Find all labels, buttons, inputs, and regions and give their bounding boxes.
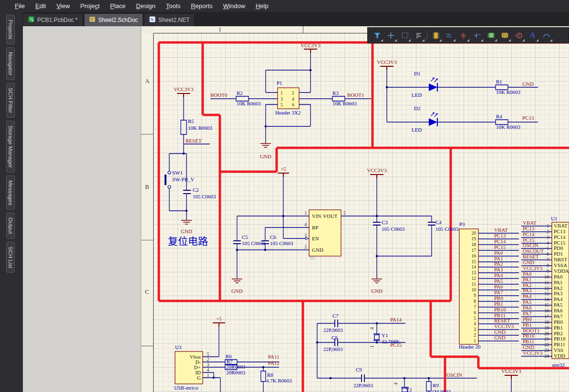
net-label[interactable]: PC13 [523, 226, 535, 231]
pin-name[interactable]: VIN [312, 213, 321, 219]
no-erc-icon[interactable] [512, 29, 525, 42]
net-label[interactable]: PB0 [523, 316, 532, 322]
designator[interactable]: D1 [414, 71, 420, 76]
pin-number[interactable]: 9 [547, 269, 549, 274]
designator[interactable]: P3 [459, 221, 465, 227]
pin-name[interactable]: VSSA [554, 262, 567, 268]
component-value[interactable]: Header 3X2 [275, 110, 300, 115]
component-value[interactable]: 10K R0603 [188, 125, 213, 131]
designator[interactable]: Y2 [405, 387, 412, 392]
pin-number[interactable]: 13 [545, 291, 549, 296]
pin-name[interactable]: PA0 [554, 274, 563, 279]
power-label[interactable]: VCC3V3 [367, 167, 387, 173]
component-value[interactable]: 22P,0603 [323, 346, 343, 352]
net-label[interactable]: RESET [523, 254, 539, 259]
pin-number[interactable]: 20 [472, 231, 476, 236]
component-value[interactable]: 105 C0603 [193, 194, 216, 199]
designator[interactable]: C9 [356, 367, 362, 372]
designator[interactable]: P1 [277, 80, 282, 86]
pin-number[interactable]: 19 [545, 326, 549, 330]
pin-name[interactable]: VDD [554, 353, 565, 359]
pin-number[interactable]: 19 [472, 237, 476, 241]
power-label[interactable]: GND [371, 288, 383, 294]
pin-number[interactable]: 17 [472, 248, 476, 253]
net-label[interactable]: PA7 [523, 310, 532, 316]
component-value[interactable]: 22P,0603 [353, 382, 373, 388]
pin-name[interactable]: PD1 [554, 251, 563, 257]
component-value[interactable]: 105 C0603 [242, 240, 265, 246]
component-value[interactable]: 105 C0603 [382, 226, 405, 232]
designator[interactable]: R1 [496, 79, 502, 84]
pin-number[interactable]: 4 [292, 97, 294, 102]
net-label[interactable]: BOOT0 [210, 92, 228, 98]
text-string-icon[interactable]: A [526, 29, 539, 42]
pin-number[interactable]: 10 [545, 275, 549, 279]
pin-number[interactable]: 21 [545, 337, 549, 341]
net-label[interactable]: PA2 [494, 261, 503, 267]
pin-number[interactable]: 16 [472, 254, 476, 258]
pin-number[interactable]: 22 [545, 342, 549, 347]
pin-number[interactable]: 5 [280, 103, 283, 107]
pin-number[interactable]: 15 [545, 303, 549, 308]
pin-name[interactable]: PB1 [554, 325, 563, 330]
pin-number[interactable]: 2 [292, 91, 294, 95]
pin-number[interactable]: 2 [474, 333, 476, 338]
pin-name[interactable]: G [197, 375, 201, 381]
pin-number[interactable]: 12 [545, 286, 549, 291]
pin-number[interactable]: 1 [370, 345, 374, 348]
net-label[interactable]: PB10 [523, 333, 535, 339]
selection-box-icon[interactable] [398, 29, 411, 42]
pin-number[interactable]: 12 [472, 276, 476, 281]
schematic-text-layer[interactable]: VCC3V3VCC3V3VCC3V3+5VCC3V3+5VCC3V3GNDGND… [168, 42, 569, 392]
circuit-title[interactable]: 复位电路 [168, 236, 208, 247]
net-label[interactable]: BOOT1 [347, 92, 364, 98]
designator[interactable]: C2 [193, 187, 199, 193]
pin-name[interactable]: BP [312, 225, 318, 230]
pin-name[interactable]: VBAT [554, 223, 568, 228]
pin-number[interactable]: 24 [545, 354, 549, 359]
net-label[interactable]: PA3 [523, 288, 532, 293]
net-label[interactable]: PB1 [523, 322, 532, 328]
designator[interactable]: C7 [332, 313, 339, 319]
designator[interactable]: U1 [551, 216, 557, 221]
pin-number[interactable]: 7 [547, 258, 549, 262]
net-label[interactable]: PA5 [523, 299, 532, 305]
net-label[interactable]: VBAT [494, 227, 508, 233]
net-label[interactable]: PA14 [390, 317, 402, 322]
net-label[interactable]: PC13 [494, 233, 506, 238]
pin-name[interactable]: GND [312, 247, 323, 253]
part-icon[interactable] [485, 29, 497, 42]
net-label[interactable]: PB0 [494, 295, 503, 301]
designator[interactable]: R8 [267, 372, 273, 378]
power-label[interactable]: GND [181, 228, 192, 234]
pin-number[interactable]: 4 [304, 222, 307, 227]
net-label[interactable]: VBAT [523, 220, 537, 226]
led-triangle[interactable] [429, 83, 437, 126]
designator[interactable]: Y1 [382, 332, 388, 338]
designator[interactable]: C6 [270, 234, 276, 240]
net-label[interactable]: PA11 [268, 354, 279, 360]
power-label[interactable]: VCC3V3 [377, 59, 397, 65]
net-label[interactable]: GND [523, 259, 534, 265]
net-label[interactable]: VCC3V3 [494, 323, 514, 329]
pin-name[interactable]: PA5 [554, 302, 563, 308]
pin-number[interactable]: 14 [545, 297, 549, 302]
schematic-drawing[interactable]: VCC3V3VCC3V3VCC3V3+5VCC3V3+5VCC3V3GNDGND… [0, 0, 569, 392]
net-label[interactable]: VCC3V3 [523, 265, 543, 271]
power-label[interactable]: +5 [280, 166, 286, 172]
crosshair-icon[interactable] [384, 29, 397, 42]
pin-name[interactable]: PB0 [554, 319, 563, 325]
component-value[interactable]: 1M,0603 [432, 389, 451, 392]
net-label[interactable]: PB10 [494, 307, 506, 312]
pin-name[interactable]: PB10 [554, 336, 566, 341]
net-label[interactable]: PA4 [494, 272, 503, 278]
net-label[interactable]: PA6 [494, 284, 503, 289]
designator[interactable]: R5 [188, 118, 194, 124]
pin-number[interactable]: 2 [207, 357, 209, 362]
filter-icon[interactable] [371, 29, 383, 42]
net-label[interactable]: PA4 [523, 293, 532, 299]
pin-number[interactable]: 3 [280, 97, 283, 102]
pin-number[interactable]: 1 [474, 339, 476, 343]
net-label[interactable]: GND [523, 344, 534, 350]
pin-number[interactable]: 1 [280, 91, 283, 95]
